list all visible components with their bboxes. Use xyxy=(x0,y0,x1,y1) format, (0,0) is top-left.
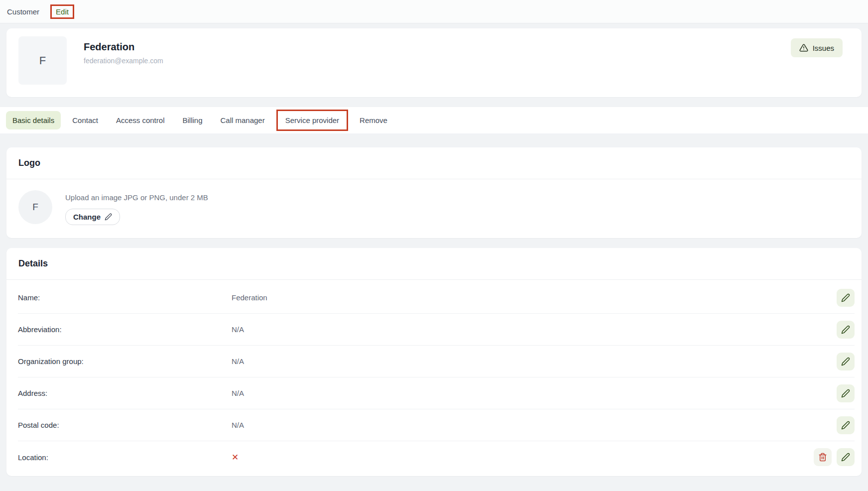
detail-row-abbreviation: Abbreviation: N/A xyxy=(18,314,855,346)
warning-icon xyxy=(799,43,808,52)
logo-card: Logo F Upload an image JPG or PNG, under… xyxy=(6,147,862,238)
edit-postal-code-button[interactable] xyxy=(837,416,855,434)
tab-contact[interactable]: Contact xyxy=(66,111,105,129)
logo-section-title: Logo xyxy=(18,158,850,168)
edit-location-button[interactable] xyxy=(837,448,855,466)
details-card: Details Name: Federation Abbreviation: N… xyxy=(6,248,862,476)
detail-row-location: Location: ✕ xyxy=(18,441,855,473)
edit-abbreviation-button[interactable] xyxy=(837,321,855,339)
edit-address-button[interactable] xyxy=(837,384,855,402)
detail-row-organization-group: Organization group: N/A xyxy=(18,346,855,377)
row-actions xyxy=(837,289,855,307)
customer-email: federation@example.com xyxy=(84,57,163,65)
tab-basic-details[interactable]: Basic details xyxy=(6,111,61,129)
row-actions xyxy=(837,321,855,339)
pencil-icon xyxy=(841,389,850,398)
logo-avatar: F xyxy=(18,190,52,224)
detail-label: Abbreviation: xyxy=(18,325,232,334)
detail-value: N/A xyxy=(232,421,244,429)
customer-avatar: F xyxy=(18,36,67,85)
change-logo-button[interactable]: Change xyxy=(65,209,120,225)
tab-billing[interactable]: Billing xyxy=(176,111,209,129)
row-actions xyxy=(837,384,855,402)
detail-label: Postal code: xyxy=(18,421,232,429)
delete-location-button[interactable] xyxy=(814,448,832,466)
detail-label: Organization group: xyxy=(18,357,232,366)
tab-bar: Basic details Contact Access control Bil… xyxy=(0,107,868,133)
breadcrumb: Customer Edit xyxy=(0,0,868,23)
pencil-icon xyxy=(841,293,850,302)
pencil-icon xyxy=(841,453,850,462)
logo-upload-block: Upload an image JPG or PNG, under 2 MB C… xyxy=(65,190,208,225)
detail-label: Name: xyxy=(18,293,232,302)
change-logo-label: Change xyxy=(73,213,101,221)
row-actions xyxy=(837,353,855,370)
issues-button[interactable]: Issues xyxy=(791,38,843,57)
detail-row-name: Name: Federation xyxy=(18,282,855,314)
issues-button-label: Issues xyxy=(813,44,834,52)
detail-row-postal-code: Postal code: N/A xyxy=(18,409,855,441)
customer-header-card: F Federation federation@example.com Issu… xyxy=(6,28,862,97)
logo-card-body: F Upload an image JPG or PNG, under 2 MB… xyxy=(6,179,862,238)
row-actions xyxy=(837,416,855,434)
detail-value: Federation xyxy=(232,293,267,302)
details-card-header: Details xyxy=(6,248,862,279)
pencil-icon xyxy=(841,421,850,430)
tab-service-provider[interactable]: Service provider xyxy=(279,111,346,129)
customer-name: Federation xyxy=(84,41,163,53)
pencil-icon xyxy=(841,325,850,334)
pencil-icon xyxy=(841,357,850,366)
row-actions xyxy=(814,448,855,466)
detail-label: Address: xyxy=(18,389,232,397)
customer-header-info: Federation federation@example.com xyxy=(84,36,163,65)
detail-value: N/A xyxy=(232,357,244,366)
annotation-box-edit: Edit xyxy=(50,4,74,19)
tab-remove[interactable]: Remove xyxy=(353,111,394,129)
tab-access-control[interactable]: Access control xyxy=(110,111,171,129)
edit-organization-group-button[interactable] xyxy=(837,353,855,370)
detail-row-address: Address: N/A xyxy=(18,377,855,409)
pencil-icon xyxy=(105,213,112,221)
detail-label: Location: xyxy=(18,453,232,462)
details-section-title: Details xyxy=(18,258,850,269)
edit-name-button[interactable] xyxy=(837,289,855,307)
location-not-set-cross-icon: ✕ xyxy=(232,453,239,462)
upload-hint: Upload an image JPG or PNG, under 2 MB xyxy=(65,190,208,202)
details-rows: Name: Federation Abbreviation: N/A Organ… xyxy=(6,280,862,476)
trash-icon xyxy=(818,453,827,462)
annotation-box-service-provider: Service provider xyxy=(276,110,348,131)
breadcrumb-edit[interactable]: Edit xyxy=(56,7,69,16)
tab-call-manager[interactable]: Call manager xyxy=(214,111,271,129)
detail-value: N/A xyxy=(232,389,244,397)
breadcrumb-customer[interactable]: Customer xyxy=(7,7,39,16)
logo-card-header: Logo xyxy=(6,147,862,179)
detail-value: N/A xyxy=(232,325,244,334)
